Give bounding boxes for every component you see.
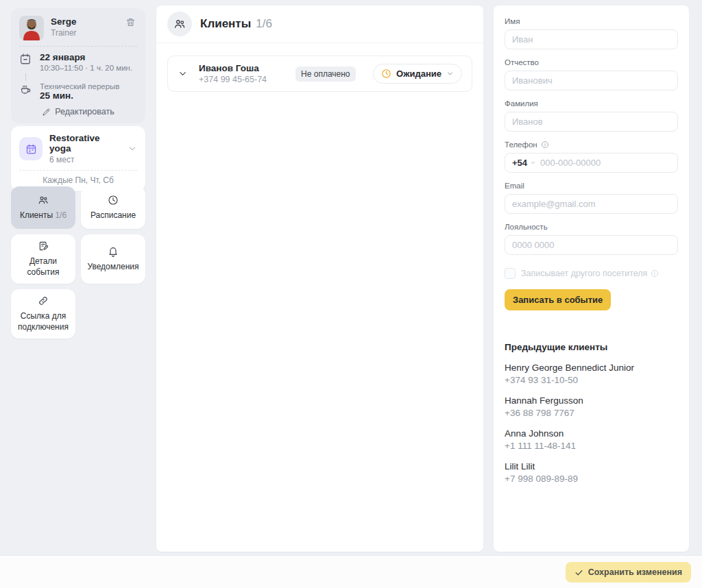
chevron-down-icon[interactable] <box>178 69 188 79</box>
previous-client-phone: +1 111 11-48-141 <box>505 441 678 451</box>
timeline-connector <box>25 73 26 81</box>
previous-client-name: Anna Johnson <box>505 428 678 439</box>
enroll-button[interactable]: Записать в событие <box>505 289 611 310</box>
previous-client-name: Hannah Fergusson <box>505 395 678 406</box>
tab-notifications[interactable]: Уведомления <box>81 234 145 284</box>
tab-event-details-label: Детали события <box>16 256 71 278</box>
event-time: 10:30–11:50 · 1 ч. 20 мин. <box>40 64 132 72</box>
country-code-value: +54 <box>512 158 527 168</box>
edit-button[interactable]: Редактировать <box>19 107 137 117</box>
people-icon <box>167 12 192 36</box>
phone-field: +54 <box>505 153 678 173</box>
nav-tiles: Клиенты 1/6 Расписание Детали события Ув… <box>11 186 145 339</box>
previous-clients-title: Предыдущие клиенты <box>505 342 678 352</box>
client-row: Иванов Гоша +374 99 45-65-74 Не оплачено… <box>167 56 472 92</box>
save-changes-label: Сохранить изменения <box>588 567 682 577</box>
footer-bar: Сохранить изменения <box>0 555 702 588</box>
event-card: Restorative yoga 6 мест Каждые Пн, Чт, С… <box>11 126 145 191</box>
first-name-field[interactable] <box>505 29 678 49</box>
first-name-label: Имя <box>505 17 678 25</box>
clock-icon <box>108 195 119 206</box>
info-icon <box>651 269 659 278</box>
payment-status-badge: Не оплачено <box>295 66 355 82</box>
event-title: Restorative yoga <box>49 133 121 154</box>
chevron-down-icon <box>446 70 454 77</box>
clients-header: Клиенты 1/6 <box>156 5 483 43</box>
bell-icon <box>108 246 119 257</box>
country-code-select[interactable]: +54 <box>512 158 536 168</box>
previous-client-phone: +7 998 089-89-89 <box>505 474 678 484</box>
loyalty-label: Лояльность <box>505 223 678 231</box>
status-dropdown[interactable]: Ожидание <box>373 64 462 84</box>
divider <box>19 46 137 47</box>
tab-schedule[interactable]: Расписание <box>81 186 145 229</box>
list-item[interactable]: Anna Johnson +1 111 11-48-141 <box>505 428 678 451</box>
client-name: Иванов Гоша <box>199 63 267 73</box>
trainer-role: Trainer <box>51 28 117 38</box>
list-item[interactable]: Lilit Lilit +7 998 089-89-89 <box>505 461 678 484</box>
event-capacity: 6 мест <box>49 155 121 164</box>
phone-label: Телефон <box>505 140 537 149</box>
clients-count: 1/6 <box>256 17 272 31</box>
link-icon <box>38 295 49 306</box>
tab-connection-link[interactable]: Ссылка для подключения <box>11 289 75 339</box>
tab-event-details[interactable]: Детали события <box>11 234 75 284</box>
tab-clients[interactable]: Клиенты 1/6 <box>11 186 75 229</box>
other-visitor-checkbox[interactable] <box>505 268 516 279</box>
chevron-down-icon[interactable] <box>128 144 137 154</box>
tab-notifications-label: Уведомления <box>87 262 138 273</box>
event-date: 22 января <box>40 52 132 62</box>
tab-clients-count: 1/6 <box>55 210 66 220</box>
middle-name-label: Отчество <box>505 58 678 66</box>
clients-panel: Клиенты 1/6 Иванов Гоша +374 99 45-65-74… <box>156 5 483 552</box>
note-pencil-icon <box>38 241 49 252</box>
client-phone: +374 99 45-65-74 <box>199 75 267 84</box>
last-name-field[interactable] <box>505 112 678 132</box>
email-field[interactable] <box>505 194 678 214</box>
email-label: Email <box>505 182 678 190</box>
trainer-name: Serge <box>51 16 117 27</box>
loyalty-field[interactable] <box>505 235 678 255</box>
coffee-cup-icon <box>19 82 32 101</box>
people-icon <box>38 195 49 206</box>
phone-number-input[interactable] <box>540 154 670 172</box>
tab-schedule-label: Расписание <box>90 210 136 221</box>
save-changes-button[interactable]: Сохранить изменения <box>566 562 691 583</box>
break-label: Технический перерыв <box>40 82 119 90</box>
break-value: 25 мин. <box>40 90 119 101</box>
previous-client-name: Henry George Bennedict Junior <box>505 363 678 373</box>
page-title: Клиенты <box>200 17 251 31</box>
tab-clients-label: Клиенты <box>20 210 53 220</box>
middle-name-field[interactable] <box>505 71 678 90</box>
trash-icon[interactable] <box>124 16 137 29</box>
list-item[interactable]: Hannah Fergusson +36 88 798 7767 <box>505 395 678 418</box>
clock-icon <box>381 69 391 79</box>
info-icon <box>541 140 549 149</box>
previous-client-name: Lilit Lilit <box>505 461 678 471</box>
trainer-card: Serge Trainer 22 января 10:30–11:50 · 1 … <box>11 8 145 123</box>
list-item[interactable]: Henry George Bennedict Junior +374 93 31… <box>505 363 678 385</box>
check-icon <box>574 568 583 577</box>
pencil-icon <box>42 108 51 117</box>
tab-connection-link-label: Ссылка для подключения <box>16 311 71 332</box>
calendar-icon <box>19 52 32 72</box>
previous-client-phone: +36 88 798 7767 <box>505 408 678 418</box>
trainer-avatar <box>19 16 44 40</box>
chevron-down-icon <box>530 160 536 166</box>
event-calendar-icon <box>19 137 43 160</box>
previous-client-phone: +374 93 31-10-50 <box>505 375 678 385</box>
last-name-label: Фамилия <box>505 99 678 108</box>
other-visitor-label: Записывает другого посетителя <box>521 269 647 278</box>
status-label: Ожидание <box>396 69 441 79</box>
edit-label: Редактировать <box>55 107 114 117</box>
client-form-panel: Имя Отчество Фамилия Телефон +54 Email Л… <box>494 5 689 552</box>
